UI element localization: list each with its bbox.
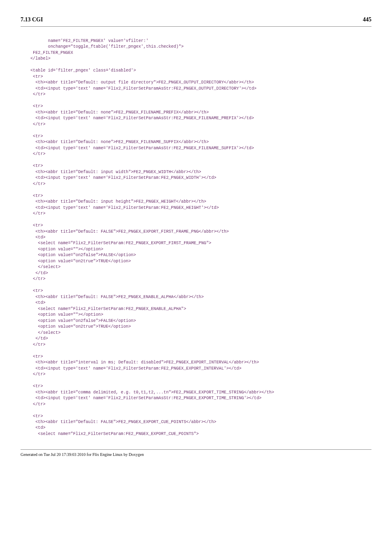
code-block: name='FE2_FILTER_PNGEX' value='vfilter:'… bbox=[30, 38, 371, 437]
page-number: 445 bbox=[363, 16, 371, 23]
section-label: 7.13 CGI bbox=[21, 16, 43, 23]
page-header: 7.13 CGI 445 bbox=[21, 16, 371, 27]
footer-text: Generated on Tue Jul 20 17:39:03 2010 fo… bbox=[21, 449, 371, 457]
